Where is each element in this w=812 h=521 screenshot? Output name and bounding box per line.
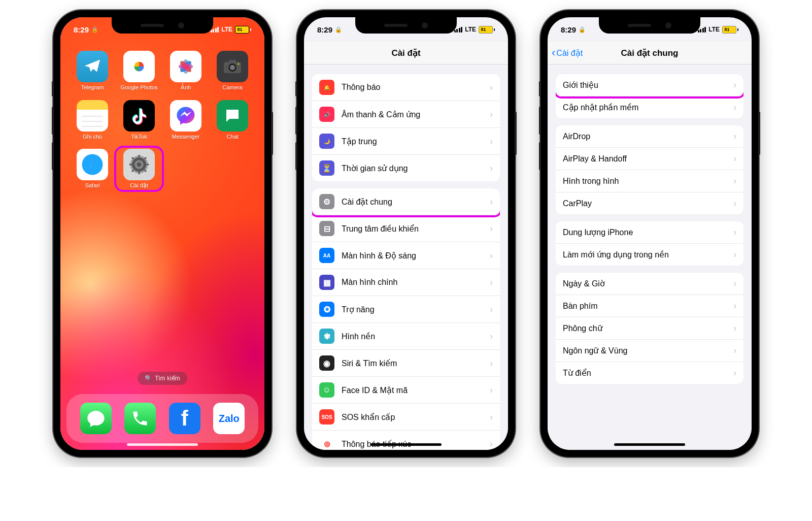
settings-row[interactable]: ✾Hình nền› xyxy=(312,323,500,350)
settings-row[interactable]: Giới thiệu› xyxy=(556,74,743,96)
chevron-right-icon: › xyxy=(490,412,493,422)
chevron-right-icon: › xyxy=(733,301,736,311)
row-label: Hình nền xyxy=(342,332,490,341)
app-google-photos[interactable]: Google Photos xyxy=(117,51,161,91)
status-time: 8:29 xyxy=(561,25,576,34)
settings-row[interactable]: 🔊Âm thanh & Cảm ứng› xyxy=(312,101,500,128)
chevron-right-icon: › xyxy=(490,82,493,93)
settings-row[interactable]: ⚙Cài đặt chung› xyxy=(312,188,500,215)
back-button[interactable]: ‹ Cài đặt xyxy=(552,46,583,59)
search-pill[interactable]: 🔍 Tìm kiếm xyxy=(138,372,187,385)
chevron-left-icon: ‹ xyxy=(552,46,555,59)
settings-row[interactable]: ⏳Thời gian sử dụng› xyxy=(312,155,500,181)
chevron-right-icon: › xyxy=(490,136,493,147)
row-icon: 🔔 xyxy=(319,80,334,95)
settings-row[interactable]: Bàn phím› xyxy=(556,295,743,317)
settings-row[interactable]: AAMàn hình & Độ sáng› xyxy=(312,242,500,269)
settings-row[interactable]: ⊟Trung tâm điều khiển› xyxy=(312,215,500,242)
row-label: Cài đặt chung xyxy=(342,197,490,207)
row-icon: ⊚ xyxy=(319,436,334,450)
row-label: Thời gian sử dụng xyxy=(342,164,490,173)
dock-messages[interactable] xyxy=(80,403,112,434)
svg-point-23 xyxy=(137,162,142,167)
row-label: Cập nhật phần mềm xyxy=(563,103,733,112)
row-label: Hình trong hình xyxy=(563,177,733,186)
google-photos-icon xyxy=(123,51,155,82)
chevron-right-icon: › xyxy=(490,331,493,342)
chevron-right-icon: › xyxy=(733,176,736,186)
general-list[interactable]: Giới thiệu›Cập nhật phần mềm›AirDrop›Air… xyxy=(548,64,752,450)
chevron-right-icon: › xyxy=(490,250,493,261)
chevron-right-icon: › xyxy=(733,198,736,209)
chevron-right-icon: › xyxy=(733,368,736,378)
settings-row[interactable]: Dung lượng iPhone› xyxy=(556,221,743,244)
chevron-right-icon: › xyxy=(733,278,736,289)
settings-row[interactable]: Từ điển› xyxy=(556,362,743,384)
settings-list[interactable]: 🔔Thông báo›🔊Âm thanh & Cảm ứng›🌙Tập trun… xyxy=(304,64,508,450)
app-tiktok[interactable]: TikTok xyxy=(117,100,161,140)
app-notes[interactable]: Ghi chú xyxy=(71,100,114,140)
row-label: Bàn phím xyxy=(563,302,733,311)
dock-phone[interactable] xyxy=(124,403,156,434)
app-messenger[interactable]: Messenger xyxy=(164,100,208,140)
svg-point-12 xyxy=(238,63,240,65)
settings-row[interactable]: AirDrop› xyxy=(556,125,743,148)
row-label: Từ điển xyxy=(563,368,733,378)
chevron-right-icon: › xyxy=(733,102,736,113)
row-label: Tập trung xyxy=(342,137,490,146)
settings-row[interactable]: ✪Trợ năng› xyxy=(312,296,500,323)
photos-icon xyxy=(170,51,201,82)
settings-row[interactable]: ☺Face ID & Mật mã› xyxy=(312,377,500,404)
section: AirDrop›AirPlay & Handoff›Hình trong hìn… xyxy=(556,125,743,214)
battery-icon: 81⚡ xyxy=(235,26,251,34)
settings-row[interactable]: Làm mới ứng dụng trong nền› xyxy=(556,244,743,266)
app-safari[interactable]: Safari xyxy=(71,149,114,189)
row-label: Trung tâm điều khiển xyxy=(342,224,490,234)
row-label: Thông báo xyxy=(342,83,490,92)
row-label: Màn hình & Độ sáng xyxy=(342,251,490,260)
search-label: Tìm kiếm xyxy=(155,375,180,382)
section-alerts: 🔔Thông báo›🔊Âm thanh & Cảm ứng›🌙Tập trun… xyxy=(312,74,500,181)
chevron-right-icon: › xyxy=(490,109,493,120)
row-label: CarPlay xyxy=(563,199,733,208)
chevron-right-icon: › xyxy=(733,323,736,334)
app-telegram[interactable]: Telegram xyxy=(71,51,114,91)
app-settings[interactable]: Cài đặt xyxy=(114,146,164,192)
dock-facebook[interactable]: f xyxy=(169,403,200,434)
settings-row[interactable]: 🌙Tập trung› xyxy=(312,128,500,155)
phone-home: 8:29 🔒 LTE 81⚡ Telegram Google Photos xyxy=(53,10,272,457)
row-icon: SOS xyxy=(319,409,334,425)
row-label: Dung lượng iPhone xyxy=(563,227,733,237)
settings-row[interactable]: 🔔Thông báo› xyxy=(312,74,500,101)
settings-row[interactable]: Ngày & Giờ› xyxy=(556,273,743,295)
settings-row[interactable]: SOSSOS khẩn cấp› xyxy=(312,404,500,431)
chevron-right-icon: › xyxy=(733,345,736,356)
chevron-right-icon: › xyxy=(733,227,736,238)
settings-row[interactable]: CarPlay› xyxy=(556,192,743,214)
safari-icon xyxy=(77,149,108,180)
settings-row[interactable]: ▦Màn hình chính› xyxy=(312,269,500,296)
network-label: LTE xyxy=(221,26,232,33)
row-icon: ✪ xyxy=(319,302,334,317)
dock-zalo[interactable]: Zalo xyxy=(213,403,245,434)
settings-row[interactable]: Phông chữ› xyxy=(556,317,743,340)
app-camera[interactable]: Camera xyxy=(211,51,254,91)
home-indicator[interactable] xyxy=(127,443,198,446)
row-label: AirDrop xyxy=(563,132,733,141)
app-chat[interactable]: Chat xyxy=(211,100,254,140)
settings-row[interactable]: ⊚Thông báo tiếp xúc› xyxy=(312,431,500,450)
settings-row[interactable]: ◉Siri & Tìm kiếm› xyxy=(312,350,500,377)
settings-row[interactable]: AirPlay & Handoff› xyxy=(556,148,743,170)
home-indicator[interactable] xyxy=(370,443,442,446)
camera-icon xyxy=(217,51,248,82)
settings-row[interactable]: Hình trong hình› xyxy=(556,170,743,192)
lock-icon: 🔒 xyxy=(579,26,586,33)
home-indicator[interactable] xyxy=(614,443,685,446)
row-icon: ⚙ xyxy=(319,194,334,209)
svg-point-11 xyxy=(230,65,235,70)
chevron-right-icon: › xyxy=(490,304,493,315)
home-screen: 8:29 🔒 LTE 81⚡ Telegram Google Photos xyxy=(60,17,264,450)
app-photos[interactable]: Ảnh xyxy=(164,51,208,91)
settings-row[interactable]: Ngôn ngữ & Vùng› xyxy=(556,340,743,362)
settings-row[interactable]: Cập nhật phần mềm› xyxy=(556,96,743,118)
